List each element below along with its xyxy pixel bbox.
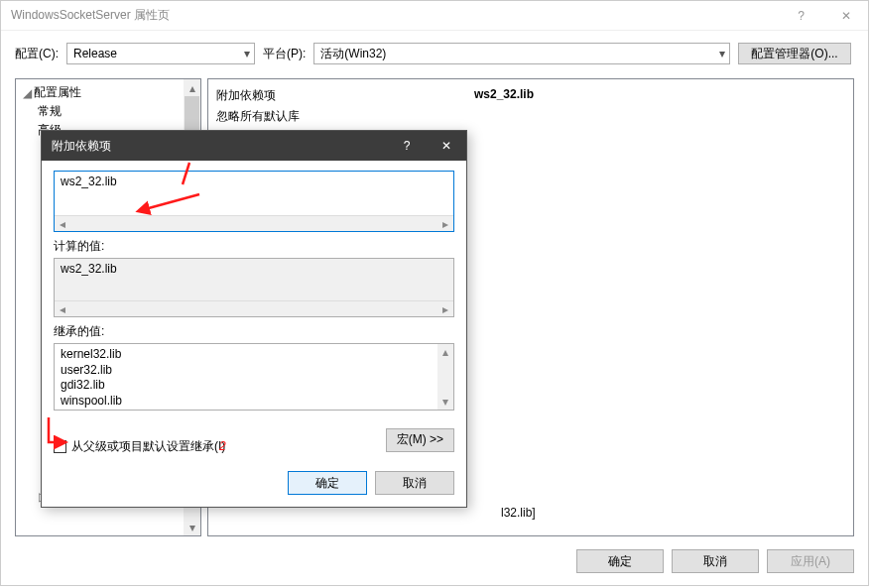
config-value: Release bbox=[73, 47, 117, 60]
config-label: 配置(C): bbox=[15, 46, 59, 62]
inherited-label: 继承的值: bbox=[54, 323, 454, 340]
computed-value: ws2_32.lib bbox=[55, 259, 453, 279]
dialog-titlebar: 附加依赖项 ? ✕ bbox=[42, 131, 466, 161]
prop-label: 附加依赖项 bbox=[216, 87, 474, 104]
scroll-down-icon[interactable]: ▾ bbox=[184, 519, 200, 535]
help-icon[interactable]: ? bbox=[779, 1, 823, 31]
hscrollbar[interactable]: ◂ ▸ bbox=[55, 215, 453, 231]
config-manager-button[interactable]: 配置管理器(O)... bbox=[738, 43, 850, 64]
inherited-values: kernel32.lib user32.lib gdi32.lib winspo… bbox=[55, 344, 453, 412]
deps-textarea[interactable]: ws2_32.lib ◂ ▸ bbox=[54, 171, 454, 232]
dialog-ok-button[interactable]: 确定 bbox=[288, 471, 367, 495]
prop-label: 忽略所有默认库 bbox=[216, 108, 474, 125]
platform-value: 活动(Win32) bbox=[320, 46, 386, 62]
property-row: 忽略所有默认库 bbox=[216, 106, 845, 127]
window-title: WindowsSocketServer 属性页 bbox=[11, 7, 779, 24]
macro-button[interactable]: 宏(M) >> bbox=[386, 428, 454, 452]
property-row: 附加依赖项 ws2_32.lib bbox=[216, 85, 845, 106]
tree-root[interactable]: 配置属性 bbox=[34, 84, 81, 101]
dialog-close-icon[interactable]: ✕ bbox=[427, 139, 466, 153]
config-combo[interactable]: Release ▾ bbox=[66, 43, 255, 64]
chevron-down-icon: ▾ bbox=[244, 47, 250, 60]
chevron-down-icon: ▾ bbox=[719, 47, 725, 60]
platform-combo[interactable]: 活动(Win32) ▾ bbox=[313, 43, 730, 64]
scroll-left-icon[interactable]: ◂ bbox=[55, 216, 70, 231]
prop-value[interactable]: ws2_32.lib bbox=[474, 87, 534, 104]
scroll-right-icon[interactable]: ▸ bbox=[437, 301, 453, 316]
inherited-box: kernel32.lib user32.lib gdi32.lib winspo… bbox=[54, 343, 454, 411]
titlebar: WindowsSocketServer 属性页 ? ✕ bbox=[1, 1, 868, 31]
vscrollbar[interactable]: ▴ ▾ bbox=[437, 344, 453, 410]
tree-collapse-icon[interactable]: ◢ bbox=[22, 86, 32, 100]
scroll-left-icon[interactable]: ◂ bbox=[55, 301, 70, 316]
deps-textarea-value: ws2_32.lib bbox=[55, 172, 453, 191]
dialog-cancel-button[interactable]: 取消 bbox=[375, 471, 454, 495]
apply-button: 应用(A) bbox=[767, 549, 854, 573]
scroll-down-icon[interactable]: ▾ bbox=[437, 394, 453, 410]
tree-item-general[interactable]: 常规 bbox=[16, 102, 200, 121]
close-icon[interactable]: ✕ bbox=[823, 1, 868, 31]
platform-label: 平台(P): bbox=[263, 46, 306, 62]
scroll-right-icon[interactable]: ▸ bbox=[437, 216, 453, 231]
additional-deps-dialog: 附加依赖项 ? ✕ ws2_32.lib ◂ ▸ 计算的值: ws2_32.li… bbox=[41, 130, 467, 508]
property-page-window: WindowsSocketServer 属性页 ? ✕ 配置(C): Relea… bbox=[0, 0, 869, 586]
computed-label: 计算的值: bbox=[54, 238, 454, 255]
scroll-up-icon[interactable]: ▴ bbox=[184, 79, 200, 96]
hscrollbar[interactable]: ◂ ▸ bbox=[55, 300, 453, 316]
computed-box: ws2_32.lib ◂ ▸ bbox=[54, 258, 454, 317]
inherited-hint: l32.lib] bbox=[501, 506, 536, 520]
inherit-checkbox-label: 从父级或项目默认设置继承(I) bbox=[71, 438, 225, 455]
inherit-checkbox[interactable] bbox=[54, 440, 66, 453]
ok-button[interactable]: 确定 bbox=[576, 549, 664, 573]
dialog-title: 附加依赖项 bbox=[52, 138, 387, 155]
dialog-help-icon[interactable]: ? bbox=[387, 139, 427, 153]
scroll-up-icon[interactable]: ▴ bbox=[437, 344, 453, 360]
cancel-button[interactable]: 取消 bbox=[672, 549, 759, 573]
